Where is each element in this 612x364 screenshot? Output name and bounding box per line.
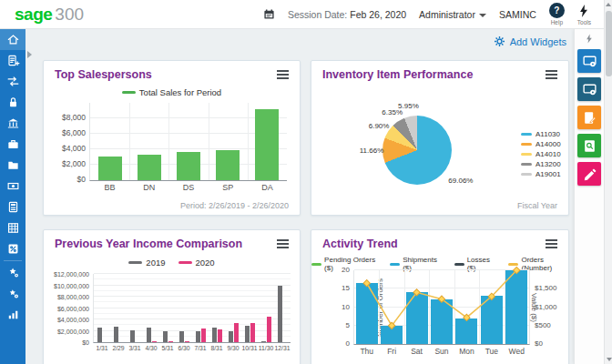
legend-swatch (521, 143, 532, 146)
spreadsheet-icon (6, 221, 20, 235)
chart-legend: Total Sales for Period (44, 87, 300, 97)
y-tick-label: 0 (346, 339, 350, 348)
rail-button-monitor-settings[interactable] (577, 49, 601, 73)
widget-title: Previous Year Income Comparison (55, 238, 242, 250)
x-tick-label: 4/30 (143, 345, 159, 351)
category-column (209, 274, 225, 342)
bar (261, 341, 266, 342)
tools-label: Tools (577, 19, 591, 25)
category-column (258, 274, 274, 342)
widget-previous-year-income-comparison: Previous Year Income Comparison 20192020… (43, 229, 301, 364)
x-tick-label: 5/31 (159, 345, 176, 351)
sidebar-item-payments[interactable] (0, 176, 26, 197)
session-date-label: Session Date: (288, 9, 347, 20)
category-column (274, 274, 291, 342)
flash-icon (585, 33, 594, 45)
y-tick-label: $4,000,000 (57, 317, 89, 323)
rail-button-document-search[interactable] (577, 134, 601, 157)
user-name: Administrator (419, 9, 475, 20)
legend-swatch (521, 133, 532, 136)
bar (278, 286, 282, 342)
sidebar-item-spreadsheet[interactable] (0, 217, 26, 238)
folder-icon (6, 158, 20, 172)
category-column (209, 103, 248, 180)
pie-slice-label: 69.06% (448, 176, 473, 184)
sidebar-item-calculator[interactable] (0, 197, 26, 217)
right-axis-title: Value ($) (530, 293, 538, 322)
x-tick-label: SP (209, 183, 248, 192)
x-tick-label: 11/30 (258, 345, 274, 351)
monitor-config-icon (582, 82, 597, 97)
widget-title: Inventory Item Performance (322, 68, 473, 81)
help-button[interactable]: ? Help (549, 3, 565, 25)
rail-button-document-edit[interactable] (577, 106, 601, 129)
add-widgets-button[interactable]: Add Widgets (494, 35, 566, 47)
sidebar-expand-handle[interactable] (27, 51, 32, 58)
monitor-settings-icon (582, 54, 597, 69)
bar (245, 326, 250, 342)
sidebar-item-shipments[interactable] (0, 71, 26, 92)
topbar: sage 300 Session Date: Feb 26, 2020 Admi… (0, 0, 604, 29)
sidebar-item-intelligence[interactable] (0, 262, 26, 283)
payments-icon (6, 179, 20, 193)
x-tick-label: 2/29 (110, 345, 127, 351)
tools-button[interactable]: Tools (577, 4, 591, 25)
right-y-tick-label: $500 (535, 321, 551, 329)
sidebar-item-bank[interactable] (0, 113, 26, 134)
bar (97, 328, 102, 342)
x-tick-label: Fri (379, 347, 403, 356)
vertical-scrollbar[interactable] (604, 0, 612, 364)
legend-item: A13200 (521, 160, 561, 168)
widget-menu-icon[interactable] (544, 238, 559, 250)
y-tick-label: $0 (77, 175, 86, 184)
right-y-tick-label: $0 (535, 339, 543, 348)
widget-menu-icon[interactable] (544, 68, 559, 81)
annotate-icon (582, 167, 597, 182)
legend-swatch (521, 153, 532, 156)
sidebar-item-home[interactable] (0, 29, 26, 50)
pie-slice-label: 11.66% (360, 147, 384, 155)
help-label: Help (551, 19, 563, 25)
sidebar-item-briefcase[interactable] (0, 134, 26, 155)
sidebar-item-favorites[interactable] (0, 283, 26, 304)
legend-item: A14010 (521, 150, 561, 158)
bar (218, 329, 222, 342)
session-date-value: Feb 26, 2020 (350, 9, 406, 20)
pie-slice-label: 6.90% (369, 121, 390, 129)
chart-plot: $0$2,000,000$4,000,000$6,000,000$8,000,0… (93, 274, 291, 343)
x-tick-label: Sat (404, 347, 429, 356)
widget-activity-trend: Activity Trend Pending Orders ($)Shipmen… (311, 229, 569, 364)
user-menu[interactable]: Administrator (419, 9, 486, 20)
widget-menu-icon[interactable] (275, 68, 291, 81)
legend-item: A19001 (521, 170, 561, 178)
sidebar-item-order-entry[interactable] (0, 50, 26, 71)
category-column (129, 103, 168, 180)
x-tick-label: BB (90, 183, 129, 192)
bar (196, 331, 200, 342)
widget-menu-icon[interactable] (275, 238, 291, 250)
scroll-down-arrow[interactable] (607, 358, 612, 361)
sidebar-item-lock[interactable] (0, 92, 26, 113)
plot-area (90, 103, 287, 180)
chart-plot: $0$2,000$4,000$6,000$8,000BBDNDSSPDA (89, 103, 287, 181)
category-column (159, 274, 176, 342)
rail-button-monitor-config[interactable] (577, 77, 601, 101)
legend-swatch (521, 173, 532, 176)
scroll-up-arrow[interactable] (606, 3, 611, 6)
x-tick-label: Sun (429, 347, 454, 356)
sidebar-item-bar-chart[interactable] (0, 304, 26, 325)
rail-button-annotate[interactable] (577, 162, 601, 186)
chart-plot: 05101520$0$500$1,000$1,500Number of Orde… (353, 270, 530, 345)
pie (382, 116, 452, 185)
legend-item: Total Sales for Period (122, 87, 221, 97)
right-y-tick-label: $1,500 (535, 284, 556, 292)
y-tick-label: $10,000,000 (54, 283, 89, 289)
y-tick-label: 10 (342, 303, 350, 311)
y-tick-label: $12,000,000 (54, 271, 89, 278)
scrollbar-thumb[interactable] (606, 11, 612, 76)
sidebar-item-percent[interactable] (0, 238, 26, 259)
activity-trend-chart: Pending Orders ($)Shipments ($)Losses ($… (311, 230, 568, 364)
sidebar-item-folder[interactable] (0, 155, 26, 176)
x-tick-label: DN (129, 183, 168, 192)
bar (255, 109, 279, 180)
